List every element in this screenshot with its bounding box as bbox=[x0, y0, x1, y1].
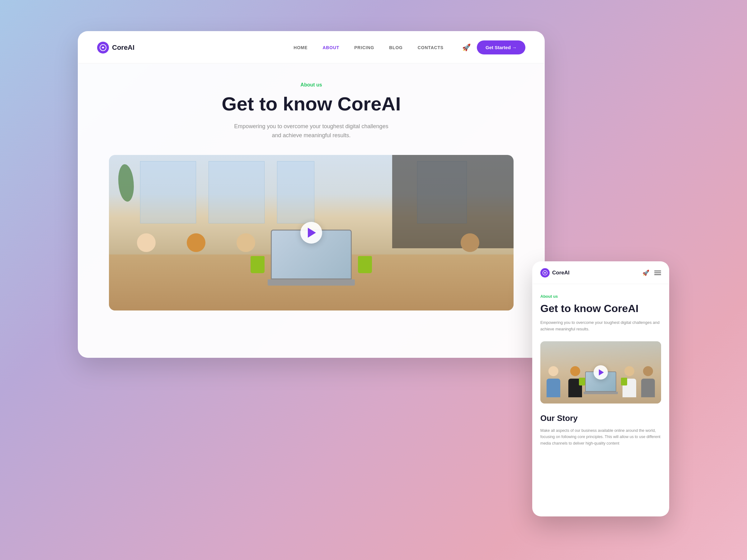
desktop-mockup: CoreAI HOME ABOUT PRICING BLOG CONTACTS … bbox=[78, 31, 545, 358]
mobile-mug-2 bbox=[621, 378, 627, 385]
bg-window-1 bbox=[140, 161, 196, 223]
desktop-main-title: Get to know CoreAI bbox=[103, 93, 519, 114]
mobile-rocket-icon: 🚀 bbox=[642, 269, 649, 276]
mobile-person-1 bbox=[546, 366, 560, 397]
mobile-logo-text: CoreAI bbox=[552, 270, 570, 276]
logo-icon bbox=[97, 42, 109, 54]
person-3-head bbox=[236, 233, 255, 252]
mobile-about-label: About us bbox=[540, 294, 661, 299]
person-2-head bbox=[187, 233, 205, 252]
person-1-head bbox=[137, 233, 156, 252]
desktop-subtitle: Empowering you to overcome your toughest… bbox=[230, 122, 392, 140]
desktop-play-button[interactable] bbox=[300, 222, 322, 244]
mobile-play-button[interactable] bbox=[594, 365, 608, 379]
person-4-head bbox=[461, 233, 479, 252]
nav-contacts[interactable]: CONTACTS bbox=[418, 45, 443, 50]
mobile-mug-1 bbox=[579, 378, 585, 385]
mug-2 bbox=[358, 256, 372, 273]
desktop-video[interactable] bbox=[109, 155, 514, 311]
mobile-laptop-base bbox=[584, 392, 618, 394]
plant bbox=[118, 164, 134, 202]
mobile-content: About us Get to know CoreAI Empowering y… bbox=[533, 284, 669, 454]
brick-wall bbox=[392, 155, 514, 248]
mobile-p1-body bbox=[546, 379, 560, 397]
laptop-base bbox=[268, 279, 355, 286]
desktop-logo-text: CoreAI bbox=[112, 44, 134, 52]
mobile-p4-head bbox=[643, 366, 653, 376]
desktop-about-label: About us bbox=[103, 82, 519, 88]
scene: CoreAI HOME ABOUT PRICING BLOG CONTACTS … bbox=[78, 31, 669, 529]
mobile-person-4 bbox=[641, 366, 655, 397]
get-started-button[interactable]: Get Started → bbox=[477, 41, 525, 54]
mobile-navbar: CoreAI 🚀 bbox=[533, 262, 669, 284]
mobile-nav-actions: 🚀 bbox=[642, 269, 661, 276]
nav-blog[interactable]: BLOG bbox=[389, 45, 403, 50]
hamburger-line-2 bbox=[654, 272, 661, 273]
desktop-navbar: CoreAI HOME ABOUT PRICING BLOG CONTACTS … bbox=[78, 32, 544, 63]
hamburger-icon[interactable] bbox=[654, 271, 661, 275]
mobile-p2-head bbox=[570, 366, 580, 376]
bg-window-2 bbox=[209, 161, 264, 223]
mobile-video[interactable] bbox=[540, 341, 661, 403]
hamburger-line-1 bbox=[654, 271, 661, 271]
play-triangle-icon bbox=[308, 228, 316, 238]
mobile-logo[interactable]: CoreAI bbox=[540, 268, 570, 277]
rocket-icon: 🚀 bbox=[462, 44, 471, 52]
mobile-play-triangle-icon bbox=[599, 369, 604, 375]
bg-window-3 bbox=[277, 161, 314, 223]
nav-pricing[interactable]: PRICING bbox=[354, 45, 374, 50]
nav-home[interactable]: HOME bbox=[293, 45, 308, 50]
mobile-title: Get to know CoreAI bbox=[540, 302, 661, 315]
mobile-story-text: Make all aspects of our business availab… bbox=[540, 427, 661, 447]
mobile-subtitle: Empowering you to overcome your toughest… bbox=[540, 320, 661, 332]
mug-1 bbox=[251, 256, 264, 273]
mobile-logo-icon bbox=[540, 268, 550, 277]
desktop-nav-actions: 🚀 Get Started → bbox=[462, 41, 525, 54]
mobile-p1-head bbox=[548, 366, 558, 376]
mobile-p3-head bbox=[624, 366, 634, 376]
mobile-story-title: Our Story bbox=[540, 414, 661, 423]
mobile-p4-body bbox=[641, 379, 655, 397]
mobile-mockup: CoreAI 🚀 About us Get to know CoreAI Emp… bbox=[532, 261, 669, 516]
desktop-nav-links: HOME ABOUT PRICING BLOG CONTACTS bbox=[293, 45, 443, 50]
nav-about[interactable]: ABOUT bbox=[323, 45, 339, 50]
table bbox=[109, 255, 514, 311]
hamburger-line-3 bbox=[654, 274, 661, 275]
desktop-main-content: About us Get to know CoreAI Empowering y… bbox=[78, 63, 544, 323]
desktop-logo[interactable]: CoreAI bbox=[97, 42, 134, 54]
